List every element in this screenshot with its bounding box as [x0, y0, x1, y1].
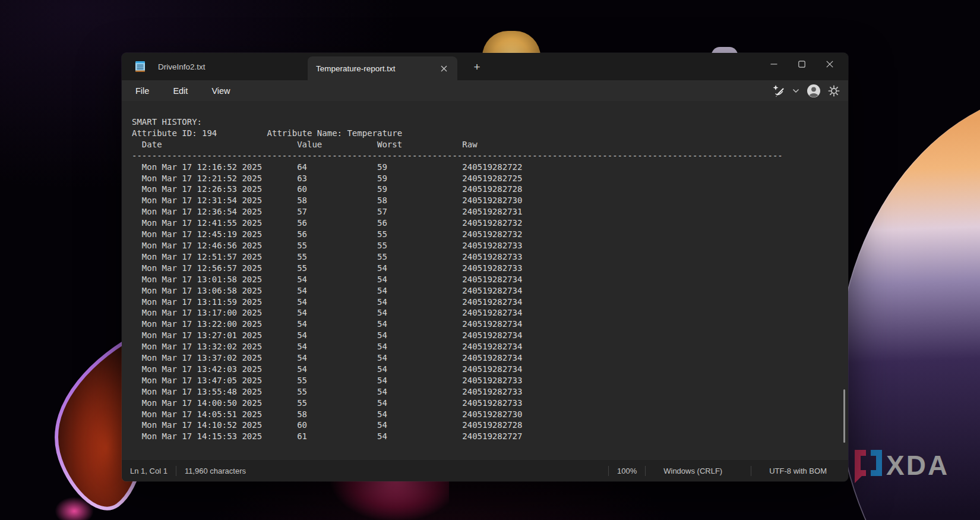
tab-driveinfo2[interactable]: DriveInfo2.txt: [122, 53, 308, 80]
menu-bar: File Edit View: [122, 80, 848, 101]
editor-text: SMART HISTORY: Attribute ID: 194 Attribu…: [132, 116, 783, 442]
close-icon: [441, 65, 447, 72]
tab-close-button[interactable]: [436, 61, 451, 76]
tab-bar: DriveInfo2.txt Temperature-report.txt +: [122, 53, 848, 80]
wallpaper-magenta-streak: [55, 497, 94, 520]
account-avatar-icon: [806, 83, 821, 99]
chevron-down-icon: [792, 89, 799, 93]
new-tab-button[interactable]: +: [467, 58, 486, 76]
menu-edit[interactable]: Edit: [165, 84, 195, 98]
xda-logo-text: XDA: [886, 450, 949, 481]
tab-label: Temperature-report.txt: [316, 64, 431, 73]
xda-right-bracket-icon: [871, 453, 879, 473]
menu-file[interactable]: File: [128, 84, 157, 98]
notepad-window: DriveInfo2.txt Temperature-report.txt +: [122, 53, 848, 481]
maximize-icon: [798, 61, 805, 68]
settings-button[interactable]: [827, 84, 841, 98]
menu-right-actions: [770, 80, 841, 101]
plus-icon: +: [473, 61, 480, 74]
status-bar: Ln 1, Col 1 11,960 characters 100% Windo…: [122, 459, 848, 481]
cursor-position: Ln 1, Col 1: [122, 467, 176, 475]
zoom-level[interactable]: 100%: [609, 467, 645, 475]
window-controls: [760, 53, 843, 75]
encoding: UTF-8 with BOM: [751, 467, 835, 475]
minimize-icon: [770, 61, 777, 68]
tab-label: DriveInfo2.txt: [158, 62, 206, 71]
rewrite-ai-button[interactable]: [770, 83, 787, 99]
minimize-button[interactable]: [760, 53, 788, 75]
gear-icon: [828, 85, 840, 97]
xda-bracket-tail: [855, 472, 865, 483]
rewrite-dropdown-button[interactable]: [791, 87, 801, 94]
tab-temperature-report[interactable]: Temperature-report.txt: [308, 56, 457, 80]
close-icon: [826, 61, 833, 68]
sparkle-pen-icon: [772, 84, 786, 98]
xda-left-bracket-icon: [858, 453, 866, 473]
editor-area[interactable]: SMART HISTORY: Attribute ID: 194 Attribu…: [122, 101, 848, 459]
menu-view[interactable]: View: [204, 84, 238, 98]
line-ending: Windows (CRLF): [646, 467, 751, 475]
maximize-button[interactable]: [788, 53, 815, 75]
close-button[interactable]: [815, 53, 843, 75]
xda-logo: XDA: [846, 446, 956, 484]
character-count: 11,960 characters: [176, 467, 254, 475]
account-button[interactable]: [805, 82, 823, 100]
scrollbar-thumb[interactable]: [843, 389, 845, 443]
